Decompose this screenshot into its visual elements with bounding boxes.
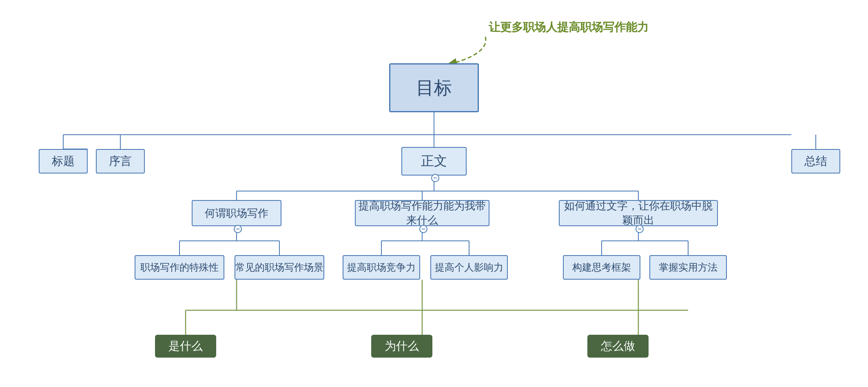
arrow-label: 让更多职场人提高职场写作能力	[489, 20, 649, 35]
biaoti-node: 标题	[39, 149, 88, 173]
zenme-node: 怎么做	[587, 335, 649, 358]
yingxiang-node: 提高个人影响力	[430, 255, 508, 280]
connecting-lines	[0, 0, 868, 387]
zhengwen-node: 正文	[401, 147, 467, 176]
hewei-node: 何谓职场写作	[192, 200, 281, 226]
zhengwen-collapse-icon[interactable]: −	[431, 174, 439, 182]
zongjie-node: 总结	[791, 149, 840, 173]
weishenme-node: 为什么	[371, 335, 432, 358]
shime-node: 是什么	[155, 335, 216, 358]
jingzheng-node: 提高职场竞争力	[343, 255, 420, 280]
zhangwo-node: 掌握实用方法	[649, 255, 727, 280]
goujian-node: 构建思考框架	[563, 255, 640, 280]
tigao-collapse-icon[interactable]: −	[419, 225, 427, 233]
diagram: 让更多职场人提高职场写作能力 目标 正文 − 标题 序言 总结 何谓职场写作 −…	[0, 0, 868, 387]
xuyan-node: 序言	[96, 149, 145, 173]
changjian-node: 常见的职场写作场景	[235, 255, 324, 280]
hewei-collapse-icon[interactable]: −	[234, 225, 242, 233]
tigao-nengli-node: 提高职场写作能力能为我带来什么	[355, 200, 489, 226]
goal-node: 目标	[389, 63, 479, 112]
zhichang-teshu-node: 职场写作的特殊性	[135, 255, 224, 280]
ruhe-node: 如何通过文字，让你在职场中脱颖而出	[559, 200, 718, 226]
ruhe-collapse-icon[interactable]: −	[636, 225, 644, 233]
